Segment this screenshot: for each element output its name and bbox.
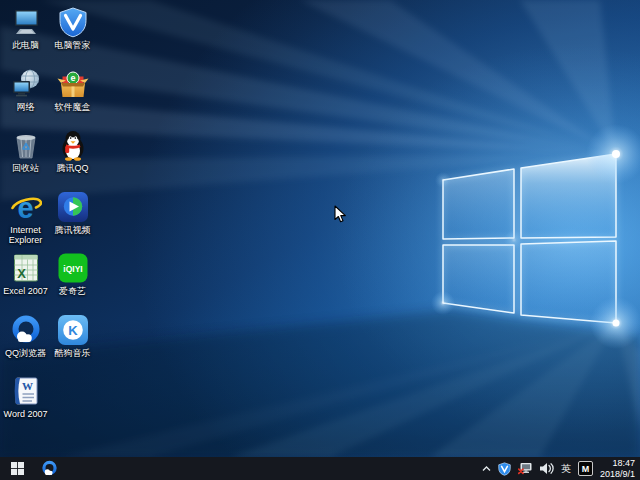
tray-volume[interactable] bbox=[539, 462, 554, 475]
desktop-icon-label: Internet Explorer bbox=[2, 225, 49, 245]
svg-text:iQIYI: iQIYI bbox=[63, 264, 82, 274]
desktop-icon-label: QQ浏览器 bbox=[5, 348, 46, 358]
svg-text:K: K bbox=[68, 322, 78, 337]
tencent-qq-icon bbox=[57, 129, 89, 161]
desktop-icon-network[interactable]: 网络 bbox=[2, 68, 49, 130]
windows-desktop-screen: 此电脑 电脑管家 网络 bbox=[0, 0, 640, 480]
tray-pc-manager[interactable] bbox=[498, 462, 511, 476]
pc-manager-shield-icon bbox=[498, 462, 511, 476]
windows-logo-wallpaper bbox=[0, 0, 640, 457]
tray-network-status[interactable] bbox=[518, 462, 532, 475]
kugou-music-icon: K bbox=[57, 314, 89, 346]
qq-browser-icon bbox=[41, 460, 58, 477]
word-icon: W bbox=[10, 375, 42, 407]
qq-browser-icon bbox=[10, 314, 42, 346]
windows-start-icon bbox=[11, 462, 24, 475]
svg-text:W: W bbox=[22, 380, 33, 392]
desktop-icon-label: Excel 2007 bbox=[3, 286, 48, 296]
desktop-icon-label: 回收站 bbox=[12, 163, 39, 173]
taskbar-qq-browser-button[interactable] bbox=[34, 457, 64, 480]
desktop-icon-label: 腾讯视频 bbox=[55, 225, 91, 235]
start-button[interactable] bbox=[0, 457, 34, 480]
desktop-icon-label: 此电脑 bbox=[12, 40, 39, 50]
svg-text:X: X bbox=[17, 266, 26, 281]
taskbar: 英 M 18:47 2018/9/1 bbox=[0, 457, 640, 480]
internet-explorer-icon: e bbox=[10, 191, 42, 223]
system-tray: 英 M 18:47 2018/9/1 bbox=[482, 457, 640, 480]
speaker-icon bbox=[539, 462, 554, 475]
desktop-icon-iqiyi[interactable]: iQIYI 爱奇艺 bbox=[49, 252, 96, 314]
desktop-icon-qq-browser[interactable]: QQ浏览器 bbox=[2, 314, 49, 376]
desktop-icon-software-box[interactable]: e 软件魔盒 bbox=[49, 68, 96, 130]
desktop-icon-tencent-video[interactable]: 腾讯视频 bbox=[49, 191, 96, 253]
desktop-icon-label: 电脑管家 bbox=[55, 40, 91, 50]
iqiyi-icon: iQIYI bbox=[57, 252, 89, 284]
software-box-icon: e bbox=[57, 68, 89, 100]
desktop-icon-word-2007[interactable]: W Word 2007 bbox=[2, 375, 49, 437]
svg-text:e: e bbox=[70, 73, 75, 83]
desktop-icon-label: 软件魔盒 bbox=[55, 102, 91, 112]
desktop-icon-kugou-music[interactable]: K 酷狗音乐 bbox=[49, 314, 96, 376]
tray-language-indicator[interactable]: 英 bbox=[561, 462, 571, 476]
desktop-icon-label: Word 2007 bbox=[4, 409, 48, 419]
tray-ime-badge[interactable]: M bbox=[578, 461, 593, 476]
pc-manager-icon bbox=[57, 6, 89, 38]
network-icon bbox=[10, 68, 42, 100]
desktop-icon-tencent-qq[interactable]: 腾讯QQ bbox=[49, 129, 96, 191]
desktop-icon-internet-explorer[interactable]: e Internet Explorer bbox=[2, 191, 49, 253]
clock-date: 2018/9/1 bbox=[600, 469, 635, 480]
desktop-wallpaper[interactable]: 此电脑 电脑管家 网络 bbox=[0, 0, 640, 457]
this-pc-icon bbox=[10, 6, 42, 38]
chevron-up-icon bbox=[482, 466, 491, 472]
desktop-icon-label: 爱奇艺 bbox=[59, 286, 86, 296]
recycle-bin-icon bbox=[10, 129, 42, 161]
svg-text:e: e bbox=[17, 192, 33, 223]
desktop-icon-label: 酷狗音乐 bbox=[55, 348, 91, 358]
excel-icon: X bbox=[10, 252, 42, 284]
desktop-icon-excel-2007[interactable]: X Excel 2007 bbox=[2, 252, 49, 314]
clock-time: 18:47 bbox=[600, 458, 635, 469]
desktop-icon-grid: 此电脑 电脑管家 网络 bbox=[2, 6, 96, 437]
taskbar-clock[interactable]: 18:47 2018/9/1 bbox=[600, 458, 635, 479]
network-disconnected-icon bbox=[518, 462, 532, 475]
desktop-icon-this-pc[interactable]: 此电脑 bbox=[2, 6, 49, 68]
desktop-icon-recycle-bin[interactable]: 回收站 bbox=[2, 129, 49, 191]
desktop-icon-label: 网络 bbox=[17, 102, 35, 112]
desktop-icon-label: 腾讯QQ bbox=[56, 163, 88, 173]
desktop-icon-pc-manager[interactable]: 电脑管家 bbox=[49, 6, 96, 68]
tencent-video-icon bbox=[57, 191, 89, 223]
tray-overflow-chevron[interactable] bbox=[482, 466, 491, 472]
